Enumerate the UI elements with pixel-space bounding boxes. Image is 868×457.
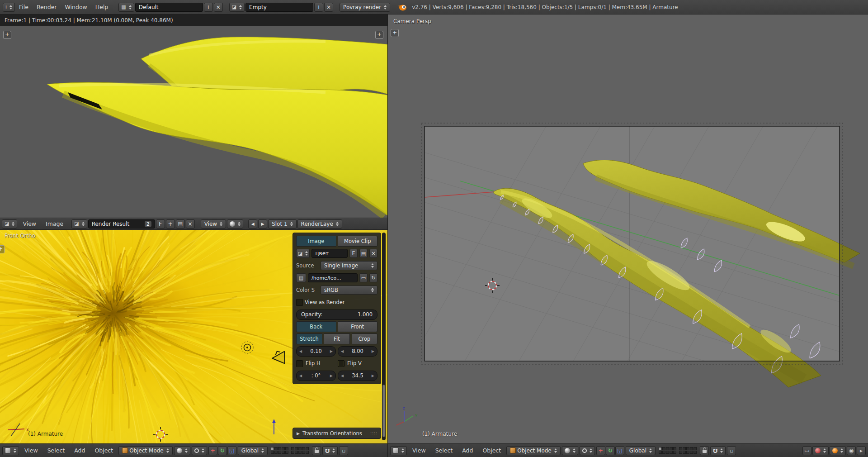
offset-x-field[interactable]: ◀ 0.10 ▶ [296,346,336,357]
layout-add-button[interactable]: + [204,3,213,12]
header-icon-dropdown-red[interactable] [812,446,829,455]
fake-user-button[interactable]: F [156,219,165,228]
lock-layers-button[interactable] [700,446,709,455]
image-name-field[interactable]: Render Result 2 [88,219,155,228]
layer-cell[interactable] [659,447,662,450]
tool-shelf-expand-button[interactable]: + [391,29,399,37]
layer-cell[interactable] [278,447,281,450]
layer-cell[interactable] [670,451,673,454]
layers-group-1[interactable] [659,447,676,454]
new-image-button[interactable]: + [166,219,175,228]
viewport-shading-dropdown[interactable] [562,446,578,455]
layer-cell[interactable] [298,447,302,450]
layer-cell[interactable] [278,451,281,454]
camera-frame-border[interactable] [425,126,840,361]
layer-cell[interactable] [686,451,689,454]
layer-cell[interactable] [693,447,697,450]
layer-cell[interactable] [291,447,294,450]
tool-shelf-expand-button[interactable]: + [0,245,5,253]
layout-name-field[interactable]: Default [135,3,203,12]
open-file-button[interactable]: ▭ [359,273,368,282]
editor-type-3dview-button[interactable] [390,446,407,455]
orientation-dropdown[interactable]: Global [626,446,656,455]
layer-cell[interactable] [295,451,298,454]
menu-select[interactable]: Select [43,447,69,454]
orientation-dropdown[interactable]: Global [238,446,268,455]
layer-cell[interactable] [662,447,665,450]
editor-type-image-button[interactable]: ◪ [2,219,17,228]
layer-cell[interactable] [298,451,302,454]
layers-group-2[interactable] [679,447,697,454]
stretch-toggle[interactable]: Stretch [296,333,322,344]
layer-cell[interactable] [683,447,686,450]
manipulator-translate-button[interactable]: + [596,446,605,455]
manipulator-scale-button[interactable]: ◱ [615,446,624,455]
flip-v-checkbox[interactable] [338,360,344,367]
layer-cell[interactable] [666,451,669,454]
layer-cell[interactable] [693,451,697,454]
layer-cell[interactable] [285,447,288,450]
menu-image[interactable]: Image [42,220,67,227]
menu-help[interactable]: Help [91,4,113,10]
menu-view[interactable]: View [408,447,430,454]
next-slot-button[interactable]: ▶ [258,219,267,228]
drag-grip-icon[interactable]: ∷∷ [370,431,377,436]
menu-view[interactable]: View [20,447,42,454]
prev-slot-button[interactable]: ◀ [248,219,257,228]
render-engine-dropdown[interactable]: Povray render [340,3,390,12]
layer-cell[interactable] [673,451,676,454]
rotation-field[interactable]: ◀ : 0° ▶ [296,371,336,381]
snap-element-button[interactable]: ▫ [727,446,736,455]
layers-group-1[interactable] [271,447,288,454]
scene-delete-button[interactable]: × [324,3,333,12]
layer-cell[interactable] [285,451,288,454]
layer-cell[interactable] [662,451,665,454]
scene-name-field[interactable]: Empty [245,3,313,12]
view-as-render-checkbox[interactable] [296,299,303,306]
menu-add[interactable]: Add [458,447,477,454]
mode-dropdown[interactable]: Object Mode [118,446,173,455]
reload-button[interactable]: ↻ [369,273,377,282]
layer-cell[interactable] [291,451,294,454]
menu-view[interactable]: View [19,220,40,227]
snap-element-button[interactable]: ▫ [339,446,348,455]
layers-group-2[interactable] [291,447,309,454]
layer-cell[interactable] [670,447,673,450]
menu-object[interactable]: Object [478,447,505,454]
manipulator-rotate-button[interactable]: ↻ [606,446,615,455]
size-field[interactable]: ◀ 34.5 ▶ [338,371,377,381]
layer-cell[interactable] [302,447,305,450]
flip-h-checkbox[interactable] [296,360,303,367]
scrollbar-thumb[interactable] [382,385,385,437]
fit-toggle[interactable]: Fit [324,333,350,344]
layer-cell[interactable] [274,451,278,454]
transform-orientations-panel[interactable]: ▶ Transform Orientations ∷∷ [292,428,381,439]
front-toggle[interactable]: Front [338,321,378,332]
display-channels-dropdown[interactable] [227,219,243,228]
fake-user-button[interactable]: F [349,249,358,258]
layer-cell[interactable] [690,451,693,454]
tab-image[interactable]: Image [296,236,336,247]
source-dropdown[interactable]: Single Image [321,261,377,270]
layer-cell[interactable] [686,447,689,450]
layer-cell[interactable] [673,447,676,450]
menu-file[interactable]: File [15,4,33,10]
opengl-render-button[interactable]: ◉ [847,446,856,455]
layer-cell[interactable] [659,451,662,454]
display-device-button[interactable]: ▭ [802,446,811,455]
lock-layers-button[interactable] [312,446,321,455]
snap-dropdown[interactable]: Ω [322,446,338,455]
menu-render[interactable]: Render [33,4,61,10]
layer-cell[interactable] [271,447,274,450]
crop-toggle[interactable]: Crop [352,333,377,344]
layer-cell[interactable] [306,451,309,454]
unlink-button[interactable]: × [369,249,377,258]
menu-window[interactable]: Window [61,4,91,10]
layer-cell[interactable] [302,451,305,454]
image-browse-button[interactable]: ◪ [71,219,87,228]
image-browse-button[interactable]: ◪ [296,249,310,258]
layer-cell[interactable] [683,451,686,454]
layer-cell[interactable] [690,447,693,450]
pivot-point-dropdown[interactable] [580,446,595,455]
manipulator-translate-button[interactable]: + [208,446,217,455]
